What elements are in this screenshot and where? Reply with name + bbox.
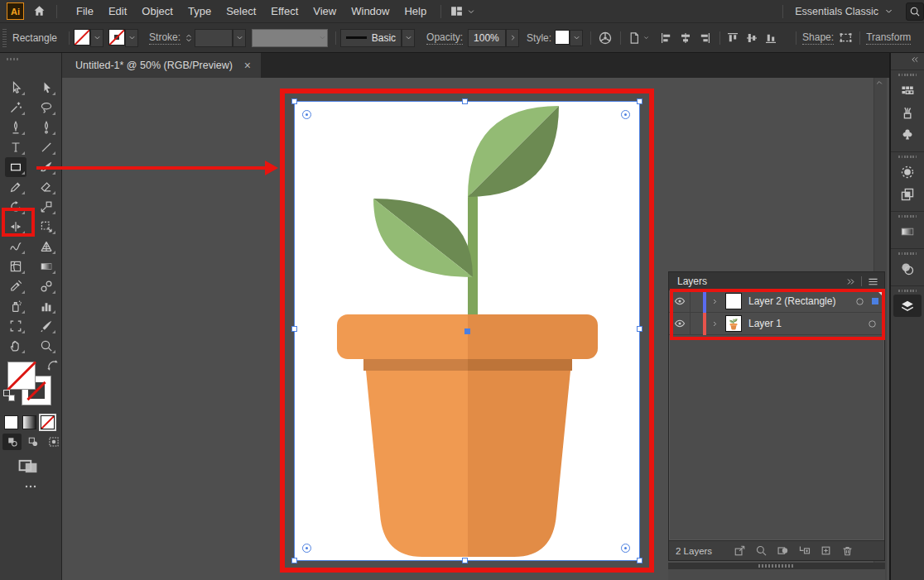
new-sublayer-icon[interactable] bbox=[798, 544, 811, 557]
scroll-up-icon[interactable] bbox=[874, 78, 887, 88]
chevron-down-icon[interactable] bbox=[402, 29, 415, 47]
tool-curvature-icon[interactable] bbox=[36, 117, 57, 137]
tool-mesh-icon[interactable] bbox=[5, 256, 26, 276]
tool-type-icon[interactable] bbox=[5, 137, 26, 157]
tool-magic-wand-icon[interactable] bbox=[5, 98, 26, 117]
menu-edit[interactable]: Edit bbox=[101, 5, 134, 17]
chevron-down-icon[interactable] bbox=[570, 30, 583, 46]
document-setup-button[interactable] bbox=[628, 31, 650, 45]
align-center-icon[interactable] bbox=[679, 31, 692, 45]
menu-select[interactable]: Select bbox=[219, 5, 263, 17]
style-control[interactable] bbox=[555, 30, 583, 46]
close-tab-icon[interactable]: × bbox=[244, 59, 251, 72]
layer-thumbnail[interactable] bbox=[725, 293, 742, 309]
fill-none-swatch[interactable] bbox=[74, 29, 90, 46]
tool-perspective-grid-icon[interactable] bbox=[36, 237, 57, 256]
menu-effect[interactable]: Effect bbox=[263, 5, 306, 17]
chevron-down-icon[interactable] bbox=[125, 29, 138, 47]
delete-selection-icon[interactable] bbox=[841, 544, 854, 557]
search-button[interactable] bbox=[906, 2, 924, 21]
panel-brushes-icon[interactable] bbox=[893, 101, 922, 123]
menu-help[interactable]: Help bbox=[397, 5, 434, 17]
align-left-icon[interactable] bbox=[660, 31, 673, 45]
tool-artboard-icon[interactable] bbox=[5, 316, 26, 336]
tool-eyedropper-icon[interactable] bbox=[5, 276, 26, 296]
new-layer-icon[interactable] bbox=[820, 544, 832, 557]
expand-layer-icon[interactable] bbox=[710, 319, 719, 328]
brush-definition-control[interactable]: Basic bbox=[340, 29, 415, 47]
recolor-artwork-icon[interactable] bbox=[598, 31, 613, 46]
document-tab[interactable]: Untitled-1* @ 50% (RGB/Preview) × bbox=[62, 53, 261, 78]
stroke-weight-field[interactable] bbox=[195, 29, 233, 47]
fill-color-control[interactable] bbox=[74, 29, 103, 47]
layer-name[interactable]: Layer 1 bbox=[748, 318, 782, 329]
stroke-label[interactable]: Stroke: bbox=[149, 31, 180, 45]
menu-type[interactable]: Type bbox=[180, 5, 219, 17]
menu-view[interactable]: View bbox=[306, 5, 344, 17]
expand-panels-icon[interactable] bbox=[910, 55, 920, 65]
opacity-control[interactable]: 100% bbox=[468, 29, 519, 47]
stroke-weight-stepper[interactable] bbox=[184, 29, 195, 47]
opacity-field[interactable]: 100% bbox=[468, 29, 506, 47]
tool-width-icon[interactable] bbox=[5, 217, 26, 237]
panel-grip[interactable] bbox=[2, 29, 7, 47]
tool-shaper-icon[interactable] bbox=[5, 237, 26, 256]
tool-symbol-sprayer-icon[interactable] bbox=[5, 296, 26, 316]
make-clip-mask-icon[interactable] bbox=[777, 544, 789, 557]
align-right-icon[interactable] bbox=[698, 31, 711, 45]
edit-toolbar-icon[interactable] bbox=[24, 480, 37, 493]
menu-window[interactable]: Window bbox=[344, 5, 397, 17]
layer-row[interactable]: Layer 1 bbox=[669, 313, 884, 335]
panel-symbols-icon[interactable] bbox=[893, 123, 922, 146]
tool-paintbrush-icon[interactable] bbox=[36, 157, 57, 177]
tool-slice-icon[interactable] bbox=[36, 316, 57, 336]
layer-target-icon[interactable] bbox=[867, 319, 878, 329]
none-mode-button[interactable] bbox=[41, 415, 55, 429]
tool-free-transform-icon[interactable] bbox=[36, 217, 57, 237]
layer-thumbnail[interactable] bbox=[725, 315, 742, 332]
panel-layers-icon[interactable] bbox=[893, 295, 922, 317]
chevron-right-icon[interactable] bbox=[506, 29, 519, 47]
shape-label[interactable]: Shape: bbox=[802, 31, 834, 45]
chevron-down-icon[interactable] bbox=[233, 29, 246, 47]
stroke-none-swatch[interactable] bbox=[108, 29, 125, 46]
tool-pencil-icon[interactable] bbox=[5, 177, 26, 197]
tool-hand-icon[interactable] bbox=[5, 336, 26, 356]
style-swatch[interactable] bbox=[555, 30, 570, 45]
toolbar-grip[interactable] bbox=[0, 53, 61, 65]
locate-object-icon[interactable] bbox=[755, 544, 768, 557]
transform-label[interactable]: Transform bbox=[866, 31, 911, 45]
screen-mode-icon[interactable] bbox=[17, 456, 39, 477]
artboard[interactable] bbox=[294, 101, 640, 561]
tool-pen-icon[interactable] bbox=[5, 117, 26, 137]
valign-middle-icon[interactable] bbox=[745, 31, 758, 45]
tool-column-graph-icon[interactable] bbox=[36, 296, 57, 316]
panel-color-guide-icon[interactable] bbox=[893, 161, 922, 183]
default-fill-stroke-icon[interactable] bbox=[3, 390, 15, 401]
shape-widget-icon[interactable] bbox=[839, 31, 853, 45]
menu-object[interactable]: Object bbox=[134, 5, 180, 17]
panel-transparency-icon[interactable] bbox=[893, 257, 922, 280]
gradient-mode-button[interactable] bbox=[22, 415, 36, 429]
collapse-panel-icon[interactable] bbox=[845, 276, 856, 287]
draw-inside-icon[interactable] bbox=[44, 434, 63, 450]
menu-file[interactable]: File bbox=[69, 5, 101, 17]
canvas-pasteboard[interactable]: Layers Layer 2 (Rectangle) Layer 1 2 Lay… bbox=[62, 78, 889, 580]
valign-bottom-icon[interactable] bbox=[764, 31, 777, 45]
swap-fill-stroke-icon[interactable] bbox=[46, 359, 59, 371]
panel-gradient-icon[interactable] bbox=[893, 220, 922, 242]
panel-menu-icon[interactable] bbox=[867, 276, 879, 288]
arrange-documents-button[interactable] bbox=[450, 4, 476, 18]
layer-visibility-toggle[interactable] bbox=[669, 290, 691, 312]
stroke-weight-control[interactable] bbox=[195, 29, 246, 47]
expand-layer-icon[interactable] bbox=[710, 297, 719, 306]
layers-tab[interactable]: Layers bbox=[669, 276, 707, 287]
panel-resize-grip[interactable] bbox=[668, 563, 885, 569]
fill-indicator-none[interactable] bbox=[7, 362, 36, 390]
tool-gradient-icon[interactable] bbox=[36, 256, 57, 276]
chevron-down-icon[interactable] bbox=[90, 29, 103, 47]
layer-name[interactable]: Layer 2 (Rectangle) bbox=[748, 295, 835, 307]
panel-pathfinder-icon[interactable] bbox=[893, 183, 922, 205]
home-icon[interactable] bbox=[32, 4, 46, 18]
collect-for-export-icon[interactable] bbox=[734, 544, 746, 557]
